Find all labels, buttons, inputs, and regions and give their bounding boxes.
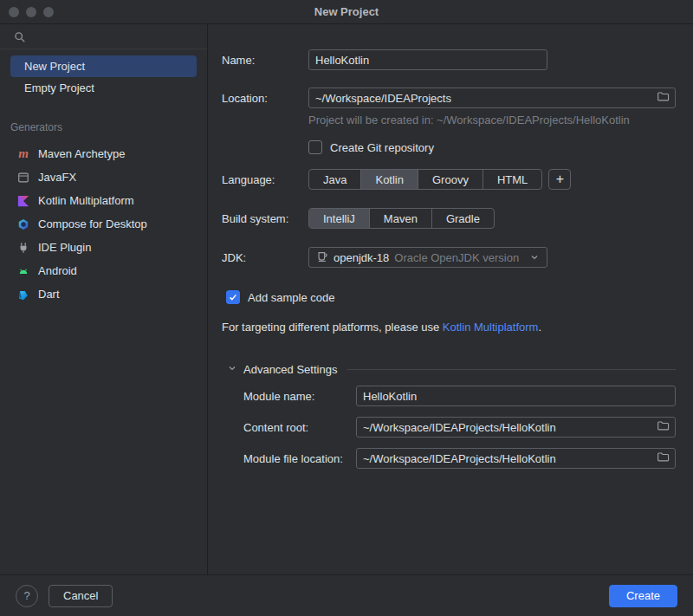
browse-module-file-location-button[interactable] bbox=[655, 451, 675, 466]
plugin-icon bbox=[16, 241, 30, 255]
sidebar-item-label: Maven Archetype bbox=[38, 147, 125, 160]
maven-icon: m bbox=[16, 147, 30, 161]
javafx-icon bbox=[16, 171, 30, 185]
dialog-footer: ? Cancel Create bbox=[0, 574, 693, 616]
sidebar-item-ide-plugin[interactable]: IDE Plugin bbox=[0, 236, 207, 259]
module-file-location-row: Module file location: bbox=[243, 448, 676, 469]
git-checkbox[interactable] bbox=[308, 140, 322, 154]
sidebar-item-javafx[interactable]: JavaFX bbox=[0, 165, 207, 189]
browse-location-button[interactable] bbox=[655, 90, 675, 106]
project-type-list: New Project Empty Project bbox=[10, 55, 197, 99]
git-checkbox-label: Create Git repository bbox=[330, 141, 434, 154]
section-divider bbox=[347, 369, 676, 370]
language-option-html[interactable]: HTML bbox=[483, 170, 541, 189]
language-segmented-control: Java Kotlin Groovy HTML bbox=[308, 169, 542, 190]
search-bar[interactable] bbox=[0, 24, 207, 49]
browse-content-root-button[interactable] bbox=[655, 419, 675, 435]
advanced-settings-header[interactable]: Advanced Settings bbox=[227, 360, 676, 378]
name-field bbox=[308, 49, 547, 70]
chevron-down-icon bbox=[227, 363, 237, 376]
cancel-button[interactable]: Cancel bbox=[49, 585, 113, 607]
platform-note: For targeting different platforms, pleas… bbox=[222, 318, 541, 335]
help-button[interactable]: ? bbox=[16, 585, 38, 607]
module-file-location-label: Module file location: bbox=[243, 452, 356, 465]
location-label: Location: bbox=[222, 92, 308, 105]
sidebar: New Project Empty Project Generators m M… bbox=[0, 24, 208, 574]
content-root-row: Content root: bbox=[243, 417, 676, 438]
location-field bbox=[308, 88, 676, 108]
sidebar-item-label: New Project bbox=[24, 60, 85, 73]
jdk-label: JDK: bbox=[222, 251, 308, 264]
module-name-row: Module name: bbox=[243, 386, 676, 406]
kotlin-icon bbox=[16, 194, 30, 208]
sidebar-item-label: Compose for Desktop bbox=[38, 217, 147, 230]
name-label: Name: bbox=[222, 54, 308, 67]
build-system-segmented-control: IntelliJ Maven Gradle bbox=[308, 208, 495, 229]
kotlin-multiplatform-link[interactable]: Kotlin Multiplatform bbox=[443, 321, 539, 334]
jdk-description: Oracle OpenJDK version bbox=[394, 251, 519, 264]
sidebar-item-label: JavaFX bbox=[38, 171, 76, 184]
module-file-location-input[interactable] bbox=[357, 452, 655, 465]
sidebar-item-label: Dart bbox=[38, 288, 60, 301]
name-row: Name: bbox=[222, 49, 676, 70]
module-name-input[interactable] bbox=[357, 390, 675, 403]
folder-icon bbox=[657, 90, 670, 106]
language-row: Language: Java Kotlin Groovy HTML + bbox=[222, 169, 676, 190]
content-root-input[interactable] bbox=[357, 421, 655, 434]
jdk-dropdown[interactable]: openjdk-18 Oracle OpenJDK version bbox=[308, 247, 547, 268]
content-root-label: Content root: bbox=[243, 421, 356, 434]
android-icon bbox=[16, 264, 30, 278]
create-button[interactable]: Create bbox=[609, 585, 677, 607]
git-row: Create Git repository bbox=[308, 137, 676, 158]
module-name-field bbox=[356, 386, 676, 406]
name-input[interactable] bbox=[309, 54, 547, 67]
title-bar: New Project bbox=[0, 0, 693, 24]
new-project-dialog: New Project New Project Empty Project Ge… bbox=[0, 0, 693, 616]
sidebar-item-dart[interactable]: Dart bbox=[0, 282, 207, 306]
dart-icon bbox=[16, 288, 30, 302]
jdk-value: openjdk-18 bbox=[334, 251, 389, 264]
location-input[interactable] bbox=[309, 92, 655, 105]
language-label: Language: bbox=[222, 173, 308, 186]
module-name-label: Module name: bbox=[243, 390, 356, 403]
build-system-option-intellij[interactable]: IntelliJ bbox=[309, 209, 370, 228]
new-project-form: Name: Location: Project will be created … bbox=[208, 24, 693, 574]
build-system-label: Build system: bbox=[222, 212, 308, 225]
platform-note-prefix: For targeting different platforms, pleas… bbox=[222, 321, 443, 334]
jdk-row: JDK: openjdk-18 Oracle OpenJDK version bbox=[222, 247, 676, 268]
sidebar-item-label: Empty Project bbox=[24, 81, 94, 94]
jdk-icon bbox=[316, 250, 328, 265]
language-option-kotlin[interactable]: Kotlin bbox=[361, 170, 418, 189]
sidebar-item-kotlin-multiplatform[interactable]: Kotlin Multiplatform bbox=[0, 189, 207, 212]
build-system-option-maven[interactable]: Maven bbox=[370, 209, 432, 228]
module-file-location-field bbox=[356, 448, 676, 469]
sample-code-checkbox[interactable] bbox=[226, 290, 240, 304]
sidebar-item-label: Android bbox=[38, 264, 77, 277]
generators-section-header: Generators bbox=[10, 121, 207, 133]
sidebar-item-empty-project[interactable]: Empty Project bbox=[10, 77, 197, 99]
sidebar-item-label: IDE Plugin bbox=[38, 241, 91, 254]
platform-note-suffix: . bbox=[538, 321, 541, 334]
window-title: New Project bbox=[0, 0, 693, 24]
build-system-row: Build system: IntelliJ Maven Gradle bbox=[222, 208, 676, 229]
build-system-option-gradle[interactable]: Gradle bbox=[432, 209, 494, 228]
sample-code-row: Add sample code bbox=[226, 287, 676, 308]
add-language-button[interactable]: + bbox=[548, 169, 571, 190]
advanced-settings-title: Advanced Settings bbox=[243, 363, 337, 376]
sample-code-checkbox-label: Add sample code bbox=[248, 291, 334, 304]
sidebar-item-compose-for-desktop[interactable]: Compose for Desktop bbox=[0, 212, 207, 236]
folder-icon bbox=[657, 419, 670, 435]
language-option-java[interactable]: Java bbox=[309, 170, 361, 189]
folder-icon bbox=[657, 451, 670, 466]
sidebar-item-new-project[interactable]: New Project bbox=[10, 55, 197, 77]
language-option-groovy[interactable]: Groovy bbox=[418, 170, 483, 189]
location-hint: Project will be created in: ~/Workspace/… bbox=[308, 113, 630, 126]
sidebar-item-android[interactable]: Android bbox=[0, 259, 207, 282]
sidebar-item-label: Kotlin Multiplatform bbox=[38, 194, 134, 207]
chevron-down-icon bbox=[529, 252, 540, 263]
sidebar-item-maven-archetype[interactable]: m Maven Archetype bbox=[0, 142, 207, 165]
search-icon bbox=[14, 33, 26, 46]
compose-icon bbox=[16, 217, 30, 231]
generators-list: m Maven Archetype JavaFX Kotlin Multipla… bbox=[0, 142, 207, 306]
location-row: Location: bbox=[222, 88, 676, 108]
